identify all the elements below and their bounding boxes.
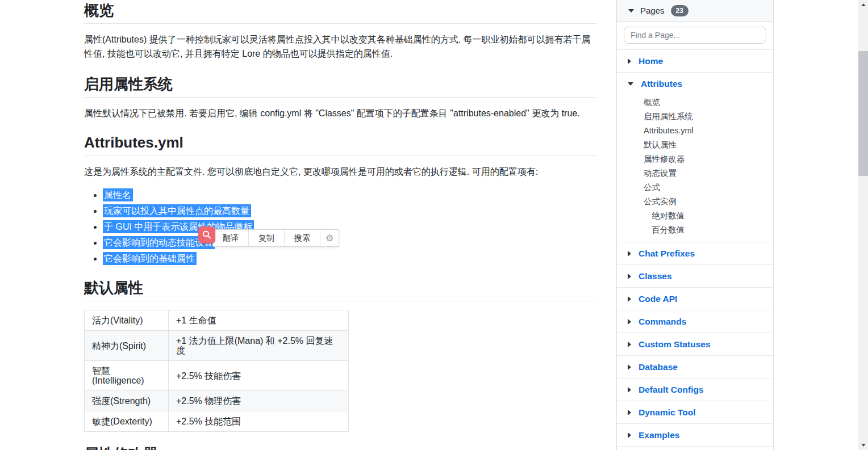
selected-text: 它会影响到的基础属性 <box>103 252 197 265</box>
sidebar-item-code-api[interactable]: Code API <box>617 288 773 310</box>
chevron-right-icon <box>628 251 631 256</box>
section-heading-enable-attributes: 启用属性系统 <box>84 75 597 98</box>
sidebar-item-database[interactable]: Database <box>617 356 773 378</box>
translate-button[interactable]: 翻译 <box>213 230 249 246</box>
attribute-effect-cell: +1 生命值 <box>169 310 349 331</box>
sidebar-subitem-absolute-value[interactable]: 绝对数值 <box>617 209 773 223</box>
table-row: 智慧(Intelligence) +2.5% 技能伤害 <box>85 361 349 391</box>
chevron-right-icon <box>628 342 631 347</box>
sidebar-item-chat-prefixes[interactable]: Chat Prefixes <box>617 242 773 265</box>
attributes-yml-paragraph: 这是为属性系统的主配置文件. 您可以彻底地自定义它, 更改哪项属性是可用的或者它… <box>84 165 597 179</box>
chevron-right-icon <box>628 410 631 415</box>
magnifier-icon <box>201 229 212 241</box>
chevron-right-icon <box>628 432 631 438</box>
sidebar-item-label: Commands <box>639 317 686 327</box>
enable-paragraph: 属性默认情况下已被禁用. 若要启用它, 编辑 config.yml 将 "Cla… <box>84 106 597 120</box>
sidebar-subitem-attribute-modifiers[interactable]: 属性修改器 <box>617 152 773 166</box>
pages-count-badge: 23 <box>671 5 688 16</box>
sidebar-item-label: Home <box>639 56 663 66</box>
section-heading-default-attributes: 默认属性 <box>84 279 597 301</box>
sidebar-subitem-enable-attributes[interactable]: 启用属性系统 <box>617 110 773 124</box>
section-heading-attributes-yml: Attributes.yml <box>84 134 597 156</box>
sidebar-item-label: Classes <box>639 271 672 281</box>
scrollbar-down-button[interactable] <box>858 440 868 450</box>
sidebar-item-dynamic-tool[interactable]: Dynamic Tool <box>617 401 773 424</box>
copy-button[interactable]: 复制 <box>249 230 285 246</box>
article-content: 概览 属性(Attributes) 提供了一种控制玩家可以灵活将属性点投入其中以… <box>84 0 597 450</box>
sidebar-item-label: Chat Prefixes <box>639 249 695 259</box>
table-row: 精神力(Spirit) +1 法力值上限(Mana) 和 +2.5% 回复速度 <box>85 331 349 361</box>
attribute-name-cell: 敏捷(Dexterity) <box>85 411 169 432</box>
list-item: 它会影响到的基础属性 <box>103 251 597 267</box>
sidebar-subitem-overview[interactable]: 概览 <box>617 95 773 110</box>
sidebar-subitem-dynamic-settings[interactable]: 动态设置 <box>617 166 773 180</box>
list-item: 玩家可以投入其中属性点的最高数量 <box>103 203 597 219</box>
default-attributes-table: 活力(Vitality) +1 生命值 精神力(Spirit) +1 法力值上限… <box>84 310 349 432</box>
selected-text: 玩家可以投入其中属性点的最高数量 <box>103 204 251 217</box>
table-row: 敏捷(Dexterity) +2.5% 技能范围 <box>85 411 349 432</box>
chevron-down-icon <box>628 9 634 12</box>
section-heading-attribute-modifiers: 属性修改器 <box>84 445 597 450</box>
sidebar-section-attributes: Attributes 概览 启用属性系统 Attributes.yml 默认属性… <box>617 73 773 242</box>
attribute-effect-cell: +2.5% 技能伤害 <box>169 361 349 391</box>
chevron-right-icon <box>628 58 631 64</box>
sidebar-subitem-default-attributes[interactable]: 默认属性 <box>617 138 773 152</box>
list-item: 它会影响到的动态技能设置 <box>103 235 597 251</box>
attribute-effect-cell: +1 法力值上限(Mana) 和 +2.5% 回复速度 <box>169 331 349 361</box>
sidebar-item-examples[interactable]: Examples <box>617 424 773 447</box>
triangle-down-icon <box>861 444 866 447</box>
sidebar-item-home[interactable]: Home <box>617 50 773 73</box>
selection-popup-toolbar: 翻译 复制 搜索 ⚙ <box>212 229 339 247</box>
chevron-right-icon <box>628 274 631 279</box>
table-row: 活力(Vitality) +1 生命值 <box>85 310 349 331</box>
list-item: 属性名 <box>103 187 597 203</box>
pages-sidebar: Pages 23 Home Attributes 概览 启用属性系统 Attri… <box>616 0 774 450</box>
sidebar-search <box>617 22 773 50</box>
sidebar-subitem-formula-examples[interactable]: 公式实例 <box>617 195 773 209</box>
gear-icon[interactable]: ⚙ <box>320 230 339 246</box>
list-item: 于 GUI 中用于表示该属性的物品徽标 <box>103 219 597 235</box>
chevron-right-icon <box>628 387 631 393</box>
pages-title: Pages <box>640 6 665 15</box>
sidebar-item-label: Attributes <box>641 79 682 89</box>
sidebar-item-classes[interactable]: Classes <box>617 265 773 288</box>
sidebar-item-custom-statuses[interactable]: Custom Statuses <box>617 333 773 356</box>
sidebar-item-label: Dynamic Tool <box>639 407 695 418</box>
sidebar-item-commands[interactable]: Commands <box>617 310 773 333</box>
sidebar-item-label: Default Configs <box>639 385 704 395</box>
search-magnifier-button[interactable] <box>198 226 215 243</box>
config-options-list: 属性名 玩家可以投入其中属性点的最高数量 于 GUI 中用于表示该属性的物品徽标… <box>84 187 597 267</box>
sidebar-item-default-configs[interactable]: Default Configs <box>617 378 773 401</box>
sidebar-item-attributes[interactable]: Attributes <box>617 73 773 95</box>
section-heading-overview: 概览 <box>84 2 597 24</box>
chevron-down-icon <box>628 82 633 86</box>
table-row: 强度(Strength) +2.5% 物理伤害 <box>85 391 349 411</box>
scrollbar-thumb[interactable] <box>858 51 868 176</box>
attribute-name-cell: 强度(Strength) <box>85 391 169 411</box>
chevron-right-icon <box>628 364 631 370</box>
attribute-effect-cell: +2.5% 物理伤害 <box>169 391 349 411</box>
sidebar-subitem-formula[interactable]: 公式 <box>617 180 773 195</box>
sidebar-item-label: Database <box>639 362 678 372</box>
chevron-right-icon <box>628 319 631 325</box>
attribute-name-cell: 精神力(Spirit) <box>85 331 169 361</box>
attribute-effect-cell: +2.5% 技能范围 <box>169 411 349 432</box>
pages-header[interactable]: Pages 23 <box>617 0 773 22</box>
sidebar-item-label: Code API <box>639 294 677 304</box>
vertical-scrollbar[interactable] <box>858 0 868 450</box>
search-button[interactable]: 搜索 <box>285 230 320 246</box>
find-page-input[interactable] <box>624 27 766 44</box>
sidebar-item-label: Custom Statuses <box>639 339 711 350</box>
attribute-name-cell: 智慧(Intelligence) <box>85 361 169 391</box>
attribute-name-cell: 活力(Vitality) <box>85 310 169 331</box>
overview-paragraph: 属性(Attributes) 提供了一种控制玩家可以灵活将属性点投入其中以改变其… <box>84 32 597 61</box>
sidebar-subitem-percent-value[interactable]: 百分数值 <box>617 223 773 237</box>
scrollbar-up-button[interactable] <box>858 0 868 10</box>
selected-text: 属性名 <box>103 188 133 201</box>
triangle-up-icon <box>861 3 866 6</box>
sidebar-item-label: Examples <box>639 430 679 440</box>
chevron-right-icon <box>628 296 631 302</box>
sidebar-subitem-attributes-yml[interactable]: Attributes.yml <box>617 124 773 138</box>
attributes-subpages-list: 概览 启用属性系统 Attributes.yml 默认属性 属性修改器 动态设置… <box>617 95 773 237</box>
